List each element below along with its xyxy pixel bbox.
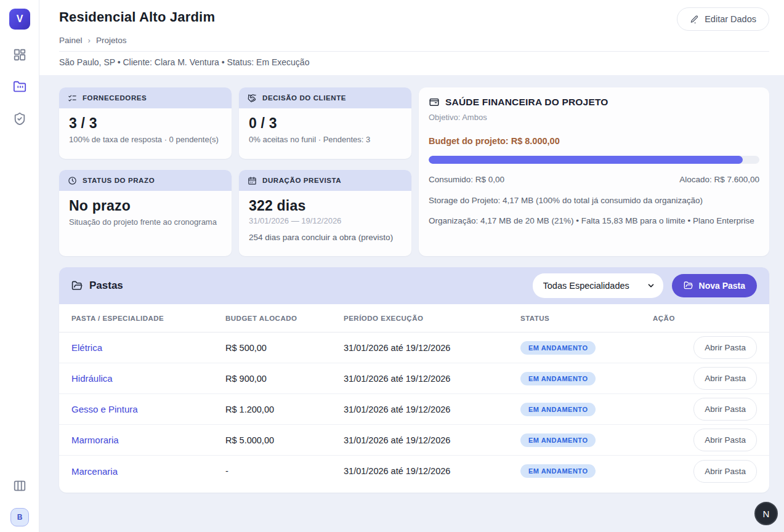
clock-icon xyxy=(68,176,77,185)
folder-open-icon xyxy=(71,280,83,292)
page-title: Residencial Alto Jardim xyxy=(59,9,215,25)
edit-data-button[interactable]: Editar Dados xyxy=(677,7,769,31)
new-folder-label: Nova Pasta xyxy=(699,281,745,291)
open-folder-button[interactable]: Abrir Pasta xyxy=(693,398,757,421)
status-badge: EM ANDAMENTO xyxy=(520,403,596,416)
folders-header: Pastas Todas Especialidades Nova Pasta xyxy=(59,267,769,304)
card-duracao-title: DURAÇÃO PREVISTA xyxy=(262,177,341,184)
status-badge: EM ANDAMENTO xyxy=(520,372,596,385)
folder-link[interactable]: Elétrica xyxy=(71,342,225,353)
card-decisao-title: DECISÃO DO CLIENTE xyxy=(262,94,346,102)
card-status-prazo: STATUS DO PRAZO No prazo Situação do pro… xyxy=(59,170,232,256)
decisao-subtitle: 0% aceitas no funil · Pendentes: 3 xyxy=(249,135,402,144)
specialty-filter-select[interactable]: Todas Especialidades xyxy=(533,273,663,298)
edit-data-label: Editar Dados xyxy=(705,14,756,24)
folder-link[interactable]: Marmoraria xyxy=(71,435,225,445)
card-fornecedores-header: FORNECEDORES xyxy=(59,87,232,108)
folder-budget: R$ 500,00 xyxy=(225,343,344,353)
new-folder-button[interactable]: Nova Pasta xyxy=(672,274,757,297)
card-fornecedores: FORNECEDORES 3 / 3 100% de taxa de respo… xyxy=(59,87,232,159)
fab-letter: N xyxy=(763,509,770,519)
card-duracao-header: DURAÇÃO PREVISTA xyxy=(239,170,411,191)
folder-period: 31/01/2026 até 19/12/2026 xyxy=(344,466,520,476)
table-row: Elétrica R$ 500,00 31/01/2026 até 19/12/… xyxy=(59,332,769,363)
folders-section: Pastas Todas Especialidades Nova Pasta P… xyxy=(59,267,769,493)
card-fornecedores-title: FORNECEDORES xyxy=(83,94,147,102)
app-root: V B Residencial Alto Jardim Painel › Pro… xyxy=(0,0,784,532)
folder-link[interactable]: Marcenaria xyxy=(71,466,225,477)
folders-title: Pastas xyxy=(89,280,123,292)
app-logo[interactable]: V xyxy=(9,9,30,30)
folder-budget: R$ 900,00 xyxy=(225,374,344,384)
card-prazo-title: STATUS DO PRAZO xyxy=(83,177,155,184)
open-folder-button[interactable]: Abrir Pasta xyxy=(693,429,757,451)
status-badge: EM ANDAMENTO xyxy=(520,464,596,478)
col-status: STATUS xyxy=(520,315,653,322)
checklist-icon xyxy=(68,94,77,103)
folder-budget: - xyxy=(225,466,344,476)
open-folder-button[interactable]: Abrir Pasta xyxy=(693,460,757,483)
folder-link[interactable]: Hidráulica xyxy=(71,373,225,384)
sidebar-item-approvals[interactable] xyxy=(13,112,26,126)
col-periodo: PERÍODO EXECUÇÃO xyxy=(344,315,520,322)
folder-period: 31/01/2026 até 19/12/2026 xyxy=(344,405,520,414)
page-header: Residencial Alto Jardim Painel › Projeto… xyxy=(39,0,784,75)
sidebar-item-dashboard[interactable] xyxy=(13,48,26,62)
dashboard-icon xyxy=(13,48,26,62)
card-decisao-cliente: DECISÃO DO CLIENTE 0 / 3 0% aceitas no f… xyxy=(239,87,411,159)
folder-period: 31/01/2026 até 19/12/2026 xyxy=(344,343,520,353)
table-row: Marmoraria R$ 5.000,00 31/01/2026 até 19… xyxy=(59,425,769,456)
prazo-value: No prazo xyxy=(69,198,222,214)
card-decisao-header: DECISÃO DO CLIENTE xyxy=(239,87,411,108)
budget-progress-fill xyxy=(429,156,743,164)
col-acao: AÇÃO xyxy=(653,315,757,322)
duracao-date-range: 31/01/2026 — 19/12/2026 xyxy=(249,216,402,225)
logo-letter: V xyxy=(17,14,23,25)
col-pasta: PASTA / ESPECIALIDADE xyxy=(71,315,225,322)
sidebar-item-projects[interactable] xyxy=(13,80,26,94)
card-duracao-prevista: DURAÇÃO PREVISTA 322 dias 31/01/2026 — 1… xyxy=(239,170,411,256)
breadcrumb-item-projetos[interactable]: Projetos xyxy=(96,36,127,45)
status-badge: EM ANDAMENTO xyxy=(520,341,596,355)
specialty-filter: Todas Especialidades xyxy=(533,273,663,298)
fin-consumed: Consumido: R$ 0,00 xyxy=(429,175,504,184)
open-folder-button[interactable]: Abrir Pasta xyxy=(693,367,757,390)
header-divider xyxy=(59,51,769,52)
table-row: Gesso e Pintura R$ 1.200,00 31/01/2026 a… xyxy=(59,394,769,425)
sidebar-item-panels[interactable] xyxy=(13,479,26,493)
fin-objective: Objetivo: Ambos xyxy=(429,113,759,122)
sidebar: V B xyxy=(0,0,39,532)
folder-budget: R$ 1.200,00 xyxy=(225,405,344,414)
floating-action-button[interactable]: N xyxy=(754,502,778,525)
pencil-icon xyxy=(690,15,699,24)
table-header-row: PASTA / ESPECIALIDADE BUDGET ALOCADO PER… xyxy=(59,304,769,332)
fornecedores-value: 3 / 3 xyxy=(69,115,222,132)
avatar-letter: B xyxy=(17,513,23,522)
duracao-note: 254 dias para concluir a obra (previsto) xyxy=(249,233,402,242)
folder-link[interactable]: Gesso e Pintura xyxy=(71,404,225,414)
shield-check-icon xyxy=(13,112,26,126)
columns-icon xyxy=(13,479,26,493)
breadcrumb-item-painel[interactable]: Painel xyxy=(59,36,83,45)
folder-period: 31/01/2026 até 19/12/2026 xyxy=(344,374,520,384)
wallet-icon xyxy=(429,97,440,108)
breadcrumb: Painel › Projetos xyxy=(59,36,126,45)
fin-amounts-row: Consumido: R$ 0,00 Alocado: R$ 7.600,00 xyxy=(429,175,759,184)
open-folder-button[interactable]: Abrir Pasta xyxy=(693,336,757,359)
table-row: Marcenaria - 31/01/2026 até 19/12/2026 E… xyxy=(59,456,769,486)
card-saude-financeira: SAÚDE FINANCEIRA DO PROJETO Objetivo: Am… xyxy=(419,87,769,256)
folder-budget: R$ 5.000,00 xyxy=(225,435,344,445)
fin-title-row: SAÚDE FINANCEIRA DO PROJETO xyxy=(429,97,759,108)
project-meta: São Paulo, SP • Cliente: Clara M. Ventur… xyxy=(59,57,309,67)
user-avatar[interactable]: B xyxy=(10,508,29,526)
budget-progress-track xyxy=(429,156,759,164)
fin-organization: Organização: 4,17 MB de 20 MB (21%) • Fa… xyxy=(429,216,759,225)
breadcrumb-separator: › xyxy=(88,36,91,45)
decisao-value: 0 / 3 xyxy=(249,115,402,132)
status-badge: EM ANDAMENTO xyxy=(520,433,596,447)
projects-folder-icon xyxy=(13,80,26,94)
prazo-subtitle: Situação do projeto frente ao cronograma xyxy=(69,217,222,227)
table-row: Hidráulica R$ 900,00 31/01/2026 até 19/1… xyxy=(59,363,769,394)
fornecedores-subtitle: 100% de taxa de resposta · 0 pendente(s) xyxy=(69,135,222,144)
folder-open-icon xyxy=(684,281,693,291)
